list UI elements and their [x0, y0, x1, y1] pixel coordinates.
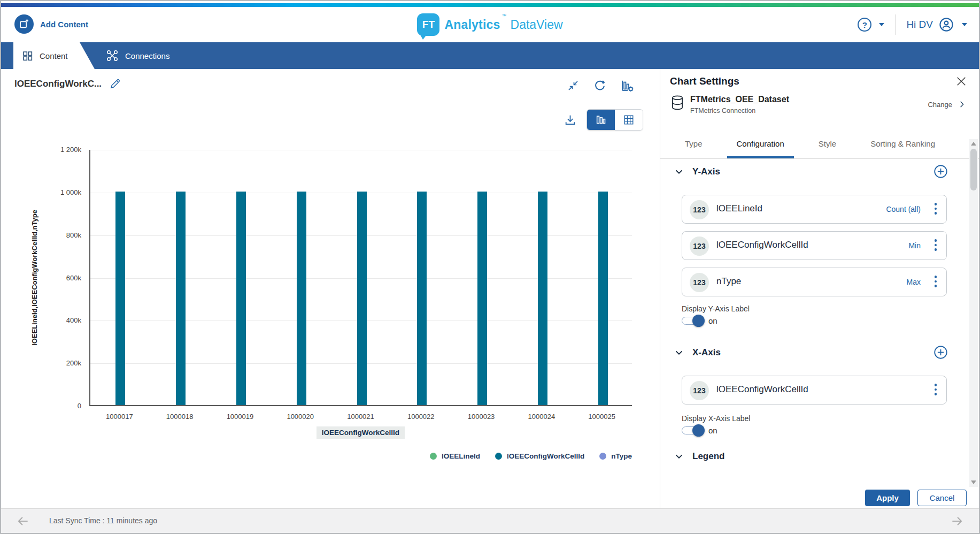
legend-section-label: Legend [692, 451, 724, 462]
previous-arrow-icon[interactable] [16, 514, 30, 528]
add-y-axis-field-icon[interactable] [933, 164, 948, 179]
y-tick-label: 1 000k [1, 188, 81, 196]
chart-settings-panel: Chart Settings FTMetrics_OEE_Dataset FTM… [660, 69, 980, 508]
table-view-button[interactable] [615, 110, 643, 130]
bar-lOEEConfigWorkCellId-1000024[interactable] [538, 192, 547, 405]
chart-pane: lOEEConfigWorkC... [1, 69, 660, 508]
y-tick-label: 0 [1, 402, 81, 410]
logo-analytics-text: Analytics [444, 18, 500, 32]
y-tick-label: 1 200k [1, 146, 81, 154]
x-tick-label: 1000020 [276, 413, 325, 421]
collapse-icon[interactable] [567, 79, 580, 92]
display-x-axis-label-toggle[interactable]: on [682, 426, 717, 435]
field-name: nType [716, 276, 741, 287]
x-axis-section-header[interactable]: X-Axis [674, 347, 721, 358]
legend-item-lOEELineId[interactable]: lOEELineId [430, 452, 480, 460]
chevron-right-icon [958, 100, 966, 109]
bar-lOEEConfigWorkCellId-1000025[interactable] [598, 192, 608, 405]
panel-scrollbar[interactable] [969, 139, 978, 487]
bar-lOEEConfigWorkCellId-1000019[interactable] [236, 192, 246, 405]
logo-trademark: ™ [502, 13, 507, 19]
tab-style[interactable]: Style [819, 129, 836, 158]
settings-tabs: Type Configuration Style Sorting & Ranki… [660, 129, 980, 159]
toggle-track [682, 426, 702, 434]
change-dataset-link[interactable]: Change [928, 100, 966, 109]
tab-type[interactable]: Type [685, 129, 703, 158]
x-axis-section-label: X-Axis [692, 347, 721, 358]
add-x-axis-field-icon[interactable] [933, 345, 948, 360]
aggregation-label[interactable]: Max [907, 278, 921, 286]
user-avatar-icon[interactable] [938, 17, 954, 33]
next-arrow-icon[interactable] [950, 514, 964, 528]
connections-network-icon [106, 49, 119, 62]
chart-title: lOEEConfigWorkC... [14, 79, 102, 89]
legend-section-header[interactable]: Legend [674, 451, 724, 462]
view-toggle-group [587, 109, 643, 131]
legend-dot [495, 453, 502, 460]
x-tick-label: 1000021 [337, 413, 385, 421]
legend-label: lOEEConfigWorkCellId [507, 452, 584, 460]
refresh-icon[interactable] [593, 79, 607, 93]
scrollbar-thumb[interactable] [970, 149, 977, 190]
kebab-menu-icon[interactable] [935, 276, 937, 287]
panel-footer: Apply Cancel [865, 490, 967, 506]
tab-connections-label: Connections [125, 51, 169, 60]
y-tick-label: 800k [1, 231, 81, 239]
edit-title-pencil-icon[interactable] [109, 78, 121, 90]
help-icon[interactable]: ? [858, 18, 871, 32]
brand-gradient-strip [1, 3, 979, 7]
tab-connections[interactable]: Connections [106, 42, 169, 69]
app-window: Add Content FT Analytics ™ DataView ? Hi… [0, 0, 980, 534]
x-tick-label: 1000019 [216, 413, 264, 421]
scroll-up-icon[interactable] [971, 142, 976, 146]
x-axis-title-wrap: lOEEConfigWorkCellId [89, 426, 632, 439]
download-icon[interactable] [564, 113, 577, 127]
header-divider [895, 14, 896, 35]
gridline [90, 150, 632, 150]
legend-label: lOEELineId [442, 452, 480, 460]
bar-lOEEConfigWorkCellId-1000018[interactable] [176, 192, 186, 405]
y-tick-label: 200k [1, 359, 81, 367]
y-axis-section-label: Y-Axis [692, 166, 720, 177]
y-axis-section-header[interactable]: Y-Axis [674, 166, 720, 177]
tab-sorting-ranking[interactable]: Sorting & Ranking [870, 129, 935, 158]
bar-lOEEConfigWorkCellId-1000023[interactable] [477, 192, 487, 405]
chevron-down-icon [674, 452, 684, 461]
chevron-down-icon [674, 167, 684, 177]
chevron-down-icon [674, 348, 684, 357]
change-label: Change [928, 101, 952, 109]
user-caret-down-icon[interactable] [962, 23, 967, 26]
toggle-state-label: on [708, 316, 717, 325]
chart-legend: lOEELineIdlOEEConfigWorkCellIdnType [430, 452, 632, 460]
bar-lOEEConfigWorkCellId-1000017[interactable] [115, 192, 125, 405]
toggle-knob [692, 424, 705, 437]
bar-lOEEConfigWorkCellId-1000020[interactable] [297, 192, 306, 405]
cancel-button[interactable]: Cancel [917, 490, 967, 506]
toggle-track [682, 317, 702, 325]
y-axis-field-card: 123 lOEELineId Count (all) [682, 195, 947, 224]
kebab-menu-icon[interactable] [935, 384, 937, 395]
kebab-menu-icon[interactable] [935, 239, 937, 251]
aggregation-label[interactable]: Count (all) [886, 205, 921, 213]
chart-settings-icon[interactable] [620, 79, 634, 93]
bar-lOEEConfigWorkCellId-1000021[interactable] [357, 192, 367, 405]
tab-configuration[interactable]: Configuration [737, 129, 784, 158]
kebab-menu-icon[interactable] [935, 203, 937, 215]
aggregation-label[interactable]: Min [908, 241, 921, 250]
bar-chart-view-button[interactable] [587, 110, 615, 130]
field-name: lOEEConfigWorkCellId [716, 240, 808, 250]
display-y-axis-label-toggle[interactable]: on [682, 316, 717, 325]
legend-item-nType[interactable]: nType [599, 452, 632, 460]
bar-lOEEConfigWorkCellId-1000022[interactable] [417, 192, 427, 405]
help-caret-down-icon[interactable] [879, 23, 884, 26]
tab-content[interactable]: Content [13, 42, 95, 69]
field-name: lOEEConfigWorkCellId [716, 384, 808, 395]
user-greeting[interactable]: Hi DV [906, 19, 933, 30]
apply-button[interactable]: Apply [865, 490, 910, 506]
legend-item-lOEEConfigWorkCellId[interactable]: lOEEConfigWorkCellId [495, 452, 584, 460]
chart-plot-area [89, 150, 632, 406]
last-sync-time: Last Sync Time : 11 minutes ago [49, 516, 157, 525]
scroll-down-icon[interactable] [971, 480, 976, 484]
app-header: Add Content FT Analytics ™ DataView ? Hi… [1, 7, 979, 42]
close-icon[interactable] [955, 75, 967, 87]
